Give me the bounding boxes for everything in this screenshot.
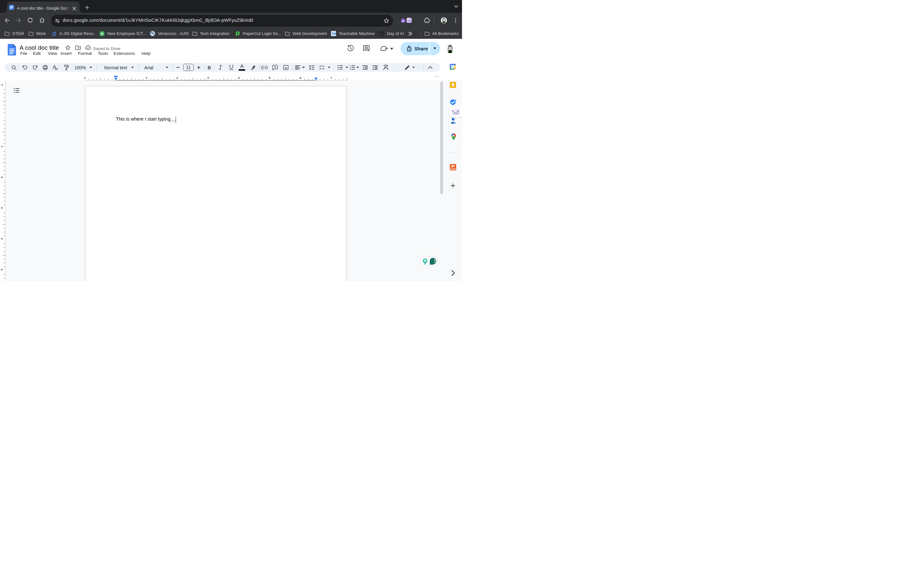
svg-text:31: 31 bbox=[452, 66, 454, 68]
svg-text:ESIGN: ESIGN bbox=[450, 168, 456, 170]
svg-text:3: 3 bbox=[350, 68, 351, 70]
